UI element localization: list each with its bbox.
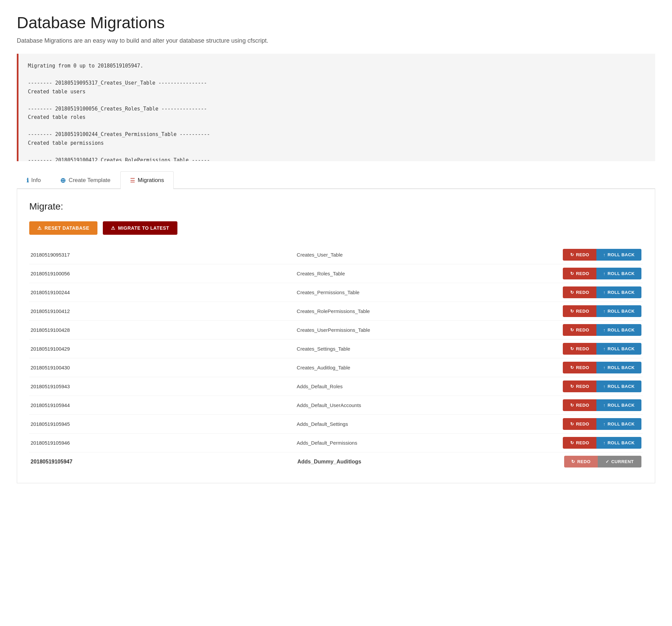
migration-actions: ↻ REDO↑ ROLL BACK bbox=[563, 399, 642, 411]
rollback-button[interactable]: ↑ ROLL BACK bbox=[596, 249, 642, 260]
migration-name: Creates_User_Table bbox=[297, 252, 563, 257]
migration-id: 20180519100056 bbox=[30, 271, 297, 276]
arrow-up-icon: ↑ bbox=[603, 271, 605, 276]
reset-database-label: RESET DATABASE bbox=[45, 225, 89, 231]
rollback-button[interactable]: ↑ ROLL BACK bbox=[596, 305, 642, 317]
arrow-up-icon: ↑ bbox=[603, 290, 605, 295]
redo-button[interactable]: ↻ REDO bbox=[563, 268, 596, 279]
redo-icon: ↻ bbox=[570, 327, 574, 332]
migration-row: 20180519100430Creates_Auditlog_Table↻ RE… bbox=[29, 358, 643, 377]
migration-actions: ↻ REDO↑ ROLL BACK bbox=[563, 437, 642, 449]
migration-actions: ↻ REDO↑ ROLL BACK bbox=[563, 268, 642, 279]
rollback-button[interactable]: ↑ ROLL BACK bbox=[596, 324, 642, 336]
redo-button[interactable]: ↻ REDO bbox=[563, 380, 596, 392]
migration-row: 20180519105947Adds_Dummy_Auditlogs↻ REDO… bbox=[29, 452, 643, 471]
rollback-button[interactable]: ↑ ROLL BACK bbox=[596, 418, 642, 430]
redo-icon: ↻ bbox=[570, 422, 574, 427]
migration-row: 20180519100429Creates_Settings_Table↻ RE… bbox=[29, 340, 643, 358]
migration-id: 20180519105947 bbox=[30, 459, 297, 465]
migration-row: 20180519100056Creates_Roles_Table↻ REDO↑… bbox=[29, 264, 643, 283]
redo-button[interactable]: ↻ REDO bbox=[563, 362, 596, 373]
migration-output: Migrating from 0 up to 20180519105947. -… bbox=[17, 54, 655, 161]
output-text: Migrating from 0 up to 20180519105947. -… bbox=[28, 62, 646, 161]
redo-button[interactable]: ↻ REDO bbox=[563, 418, 596, 430]
redo-button[interactable]: ↻ REDO bbox=[563, 286, 596, 298]
reset-database-button[interactable]: ⚠ RESET DATABASE bbox=[29, 221, 97, 235]
migration-row: 20180519105943Adds_Default_Roles↻ REDO↑ … bbox=[29, 377, 643, 396]
rollback-button[interactable]: ↑ ROLL BACK bbox=[596, 362, 642, 373]
migration-name: Adds_Default_Permissions bbox=[297, 440, 563, 446]
warning-icon: ⚠ bbox=[37, 225, 42, 231]
migration-name: Adds_Default_UserAccounts bbox=[297, 402, 563, 408]
redo-icon: ↻ bbox=[570, 403, 574, 408]
redo-button[interactable]: ↻ REDO bbox=[563, 249, 596, 260]
migration-id: 20180519105944 bbox=[30, 402, 297, 408]
migrations-list: 20180519095317Creates_User_Table↻ REDO↑ … bbox=[29, 246, 643, 471]
migration-id: 20180519100244 bbox=[30, 290, 297, 295]
migration-row: 20180519105946Adds_Default_Permissions↻ … bbox=[29, 433, 643, 452]
redo-icon: ↻ bbox=[570, 252, 574, 257]
migrate-to-latest-label: MIGRATE TO LATEST bbox=[118, 225, 169, 231]
rollback-button[interactable]: ↑ ROLL BACK bbox=[596, 399, 642, 411]
arrow-up-icon: ↑ bbox=[603, 252, 605, 257]
redo-button[interactable]: ↻ REDO bbox=[563, 437, 596, 449]
migration-actions: ↻ REDO↑ ROLL BACK bbox=[563, 418, 642, 430]
migration-row: 20180519095317Creates_User_Table↻ REDO↑ … bbox=[29, 246, 643, 264]
migration-actions: ↻ REDO↑ ROLL BACK bbox=[563, 324, 642, 336]
migration-id: 20180519100430 bbox=[30, 365, 297, 370]
tab-migrations[interactable]: ☰ Migrations bbox=[120, 171, 174, 189]
plus-circle-icon: ⊕ bbox=[60, 176, 66, 184]
redo-icon: ↻ bbox=[570, 309, 574, 314]
migration-row: 20180519105945Adds_Default_Settings↻ RED… bbox=[29, 415, 643, 433]
redo-button[interactable]: ↻ REDO bbox=[564, 456, 598, 468]
migration-actions: ↻ REDO↑ ROLL BACK bbox=[563, 249, 642, 260]
migration-name: Adds_Default_Settings bbox=[297, 421, 563, 427]
arrow-up-icon: ↑ bbox=[603, 384, 605, 389]
migration-actions: ↻ REDO↑ ROLL BACK bbox=[563, 286, 642, 298]
migration-name: Creates_Settings_Table bbox=[297, 346, 563, 352]
tab-info[interactable]: ℹ Info bbox=[17, 171, 50, 189]
migration-row: 20180519105944Adds_Default_UserAccounts↻… bbox=[29, 396, 643, 415]
migration-row: 20180519100244Creates_Permissions_Table↻… bbox=[29, 283, 643, 302]
migration-name: Adds_Dummy_Auditlogs bbox=[297, 459, 564, 465]
info-circle-icon: ℹ bbox=[27, 177, 28, 184]
migration-name: Adds_Default_Roles bbox=[297, 383, 563, 389]
redo-button[interactable]: ↻ REDO bbox=[563, 305, 596, 317]
arrow-up-icon: ↑ bbox=[603, 440, 605, 445]
action-buttons-row: ⚠ RESET DATABASE ⚠ MIGRATE TO LATEST bbox=[29, 221, 643, 235]
redo-button[interactable]: ↻ REDO bbox=[563, 399, 596, 411]
redo-button[interactable]: ↻ REDO bbox=[563, 343, 596, 355]
migration-actions: ↻ REDO↑ ROLL BACK bbox=[563, 343, 642, 355]
migrations-panel: Migrate: ⚠ RESET DATABASE ⚠ MIGRATE TO L… bbox=[17, 189, 655, 483]
tab-info-label: Info bbox=[31, 177, 41, 184]
tab-migrations-label: Migrations bbox=[138, 177, 164, 184]
tab-create-template[interactable]: ⊕ Create Template bbox=[50, 171, 120, 189]
migration-row: 20180519100412Creates_RolePermissions_Ta… bbox=[29, 302, 643, 321]
rollback-button[interactable]: ↑ ROLL BACK bbox=[596, 343, 642, 355]
arrow-up-icon: ↑ bbox=[603, 403, 605, 408]
migration-id: 20180519105945 bbox=[30, 421, 297, 427]
migration-name: Creates_Roles_Table bbox=[297, 271, 563, 276]
page-title: Database Migrations bbox=[17, 14, 655, 32]
migration-actions: ↻ REDO↑ ROLL BACK bbox=[563, 305, 642, 317]
rollback-button[interactable]: ↑ ROLL BACK bbox=[596, 380, 642, 392]
migrate-heading: Migrate: bbox=[29, 201, 643, 212]
database-icon: ☰ bbox=[130, 177, 135, 184]
migration-id: 20180519105946 bbox=[30, 440, 297, 446]
redo-icon: ↻ bbox=[570, 271, 574, 276]
arrow-up-icon: ↑ bbox=[603, 422, 605, 427]
migration-id: 20180519100428 bbox=[30, 327, 297, 333]
tab-bar: ℹ Info ⊕ Create Template ☰ Migrations bbox=[17, 171, 655, 189]
migrate-to-latest-button[interactable]: ⚠ MIGRATE TO LATEST bbox=[103, 221, 177, 235]
rollback-button[interactable]: ↑ ROLL BACK bbox=[596, 268, 642, 279]
redo-icon: ↻ bbox=[570, 384, 574, 389]
arrow-up-icon: ↑ bbox=[603, 365, 605, 370]
arrow-up-icon: ↑ bbox=[603, 309, 605, 314]
migration-id: 20180519100429 bbox=[30, 346, 297, 352]
rollback-button[interactable]: ↑ ROLL BACK bbox=[596, 437, 642, 449]
migration-id: 20180519100412 bbox=[30, 308, 297, 314]
check-icon: ✓ bbox=[605, 459, 609, 464]
redo-button[interactable]: ↻ REDO bbox=[563, 324, 596, 336]
page-subtitle: Database Migrations are an easy way to b… bbox=[17, 37, 655, 44]
rollback-button[interactable]: ↑ ROLL BACK bbox=[596, 286, 642, 298]
